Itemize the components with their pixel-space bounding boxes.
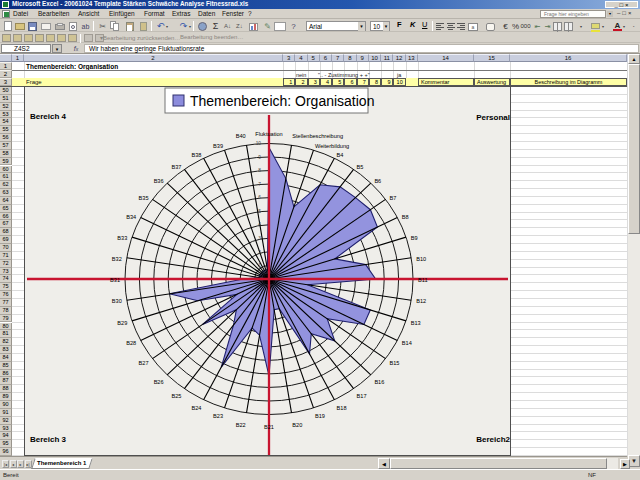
svg-text:B16: B16	[374, 379, 384, 385]
svg-text:B39: B39	[213, 143, 223, 149]
svg-text:3: 3	[258, 236, 261, 241]
svg-text:B5: B5	[357, 164, 364, 170]
svg-text:B30: B30	[112, 298, 122, 304]
svg-text:B7: B7	[390, 195, 397, 201]
svg-text:B38: B38	[191, 152, 201, 158]
svg-text:B18: B18	[337, 405, 347, 411]
svg-text:B19: B19	[315, 413, 325, 419]
svg-text:B29: B29	[117, 320, 127, 326]
svg-text:B15: B15	[390, 360, 400, 366]
svg-text:10: 10	[256, 141, 262, 146]
svg-text:Stellenbeschreibung: Stellenbeschreibung	[292, 133, 343, 139]
svg-text:B20: B20	[292, 422, 302, 428]
svg-text:B27: B27	[139, 360, 149, 366]
svg-text:1: 1	[258, 263, 261, 268]
svg-text:B32: B32	[112, 256, 122, 262]
svg-text:8: 8	[258, 168, 261, 173]
svg-text:B40: B40	[236, 133, 246, 139]
svg-text:B17: B17	[357, 393, 367, 399]
svg-text:B13: B13	[411, 320, 421, 326]
svg-text:B24: B24	[191, 405, 201, 411]
svg-text:B22: B22	[236, 422, 246, 428]
svg-text:6: 6	[258, 195, 261, 200]
svg-text:Weiterbildung: Weiterbildung	[315, 143, 349, 149]
svg-text:Bereich 3: Bereich 3	[30, 435, 67, 444]
svg-text:B6: B6	[374, 178, 381, 184]
svg-text:B25: B25	[171, 393, 181, 399]
svg-text:B34: B34	[126, 214, 136, 220]
svg-text:Bereich 4: Bereich 4	[30, 112, 67, 121]
svg-text:B31: B31	[110, 277, 120, 283]
svg-text:B26: B26	[154, 379, 164, 385]
svg-text:B11: B11	[418, 277, 428, 283]
svg-text:Personal: Personal	[476, 113, 510, 122]
svg-text:B23: B23	[213, 413, 223, 419]
svg-text:Themenbereich: Organisation: Themenbereich: Organisation	[190, 93, 374, 109]
svg-text:B4: B4	[337, 152, 344, 158]
svg-text:B35: B35	[139, 195, 149, 201]
svg-text:7: 7	[258, 182, 261, 187]
svg-text:B9: B9	[411, 235, 418, 241]
svg-text:4: 4	[258, 222, 261, 227]
svg-text:Fluktuation: Fluktuation	[255, 131, 282, 137]
svg-text:Bereich2: Bereich2	[476, 435, 510, 444]
svg-text:B10: B10	[416, 256, 426, 262]
svg-text:B28: B28	[126, 340, 136, 346]
svg-text:B12: B12	[416, 298, 426, 304]
svg-text:B33: B33	[117, 235, 127, 241]
svg-text:2: 2	[258, 250, 261, 255]
svg-text:B36: B36	[154, 178, 164, 184]
svg-text:B8: B8	[402, 214, 409, 220]
svg-text:B37: B37	[171, 164, 181, 170]
svg-text:9: 9	[258, 155, 261, 160]
svg-text:5: 5	[258, 209, 261, 214]
svg-text:B21: B21	[264, 424, 274, 430]
svg-text:B14: B14	[402, 340, 412, 346]
